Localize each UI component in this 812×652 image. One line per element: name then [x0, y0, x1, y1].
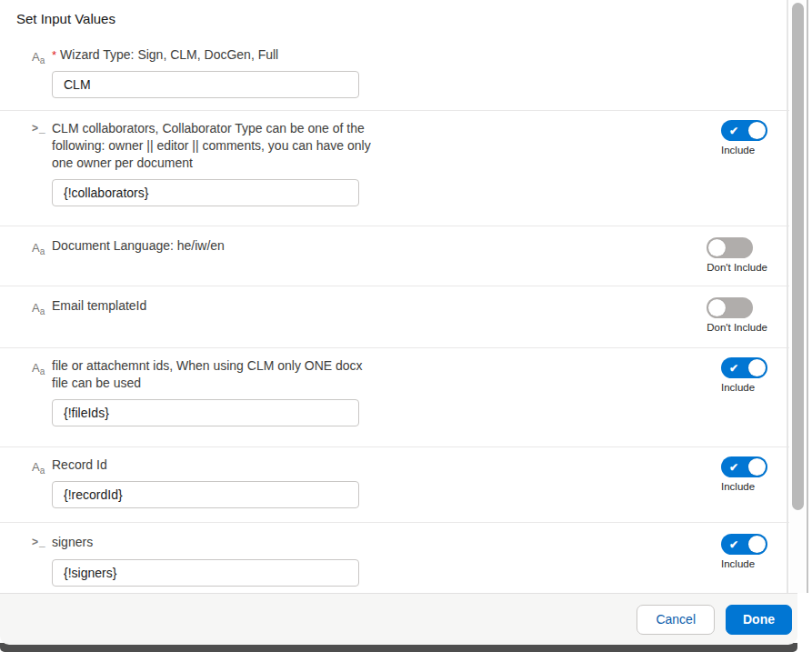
- field-label: Document Language: he/iw/en: [52, 237, 225, 255]
- set-input-values-dialog: Set Input Values Wizard Type: Sign, CLM,…: [0, 0, 812, 652]
- field-label-text: signers: [52, 535, 93, 549]
- toggle-column: Include: [721, 456, 767, 492]
- toggle-column: Include: [721, 534, 767, 569]
- toggle-knob: [708, 239, 726, 256]
- field-input[interactable]: [52, 179, 359, 206]
- field-label-text: Email templateId: [52, 298, 146, 313]
- field-label: Record Id: [52, 456, 359, 474]
- toggle-column: Don't Include: [707, 297, 767, 333]
- include-toggle[interactable]: [721, 534, 767, 555]
- field: CLM collaborators, Collaborator Type can…: [52, 120, 379, 206]
- toggle-state-label: Include: [721, 382, 755, 393]
- toggle-knob: [748, 458, 766, 476]
- toggle-column: Include: [721, 357, 767, 393]
- text-type-icon: [32, 359, 52, 376]
- toggle-knob: [708, 299, 726, 316]
- include-toggle[interactable]: [721, 357, 767, 378]
- toggle-state-label: Include: [721, 145, 755, 155]
- input-row: CLM collaborators, Collaborator Type can…: [0, 110, 789, 226]
- input-row: Email templateId Don't Include: [0, 286, 789, 347]
- input-row: Record Id Include: [0, 446, 789, 522]
- field-label: file or attachemnt ids, When using CLM o…: [52, 357, 379, 392]
- field-label-text: file or attachemnt ids, When using CLM o…: [52, 358, 363, 390]
- include-toggle[interactable]: [721, 456, 767, 477]
- dialog-scroll-content: Set Input Values Wizard Type: Sign, CLM,…: [0, 0, 789, 593]
- text-type-icon: [32, 239, 52, 256]
- toggle-knob: [748, 122, 766, 139]
- input-row: Wizard Type: Sign, CLM, DocGen, Full: [0, 41, 789, 110]
- text-type-icon: [32, 48, 52, 65]
- include-toggle[interactable]: [707, 237, 753, 258]
- content-right-edge: [787, 0, 788, 593]
- field: Wizard Type: Sign, CLM, DocGen, Full: [52, 46, 359, 98]
- field-label: CLM collaborators, Collaborator Type can…: [52, 120, 379, 172]
- field-input[interactable]: [52, 71, 359, 98]
- include-toggle[interactable]: [721, 120, 767, 141]
- dialog-footer: Cancel Done: [0, 593, 797, 645]
- toggle-state-label: Don't Include: [707, 322, 767, 333]
- toggle-column: Include: [721, 120, 767, 155]
- input-row: Document Language: he/iw/en Don't Includ…: [0, 226, 789, 286]
- field: signers: [52, 534, 359, 587]
- field-label-text: Document Language: he/iw/en: [52, 238, 225, 253]
- terminal-icon: [32, 122, 52, 135]
- field-label: Email templateId: [52, 297, 146, 315]
- toggle-state-label: Don't Include: [707, 262, 767, 273]
- toggle-knob: [748, 536, 766, 553]
- done-button[interactable]: Done: [726, 605, 792, 635]
- text-type-icon: [32, 299, 52, 316]
- dialog-right-border: [807, 0, 808, 593]
- input-row: signers Include: [0, 522, 789, 593]
- field-label: Wizard Type: Sign, CLM, DocGen, Full: [52, 46, 359, 64]
- input-row: file or attachemnt ids, When using CLM o…: [0, 347, 789, 446]
- text-type-icon: [32, 458, 52, 476]
- cancel-button[interactable]: Cancel: [637, 605, 715, 635]
- field-input[interactable]: [52, 481, 359, 508]
- field-input[interactable]: [52, 399, 359, 426]
- terminal-icon: [32, 536, 52, 548]
- field-label: signers: [52, 534, 359, 551]
- include-toggle[interactable]: [707, 297, 753, 318]
- field: Document Language: he/iw/en: [52, 237, 225, 255]
- field-label-text: Wizard Type: Sign, CLM, DocGen, Full: [60, 47, 278, 62]
- toggle-state-label: Include: [721, 558, 755, 569]
- field-label-text: CLM collaborators, Collaborator Type can…: [52, 121, 371, 170]
- scrollbar-thumb[interactable]: [792, 3, 804, 510]
- required-asterisk: [52, 47, 60, 62]
- field: file or attachemnt ids, When using CLM o…: [52, 357, 379, 426]
- field: Record Id: [52, 456, 359, 508]
- toggle-column: Don't Include: [707, 237, 767, 273]
- dialog-title: Set Input Values: [0, 0, 789, 41]
- field-label-text: Record Id: [52, 457, 107, 472]
- field-input[interactable]: [52, 559, 359, 587]
- field: Email templateId: [52, 297, 146, 315]
- toggle-state-label: Include: [721, 481, 755, 492]
- toggle-knob: [748, 359, 766, 376]
